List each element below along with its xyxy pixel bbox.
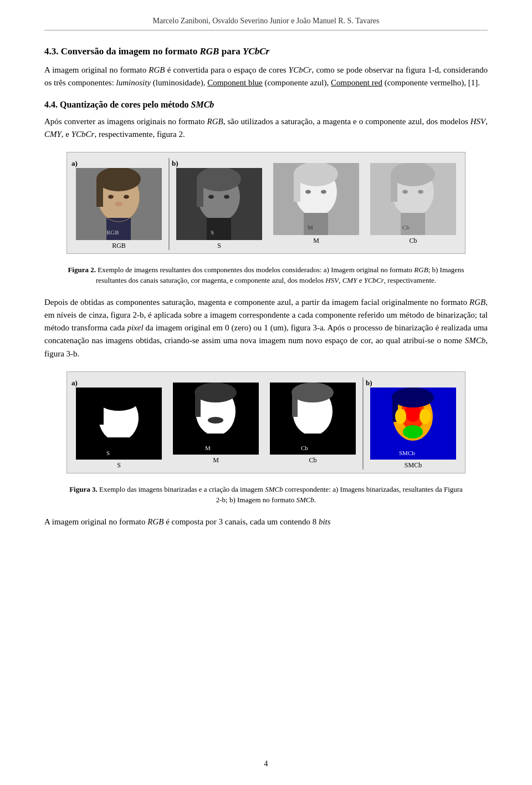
fig3-img-label-m: M bbox=[213, 456, 219, 465]
page-header: Marcelo Zaniboni, Osvaldo Severino Junio… bbox=[44, 17, 488, 30]
fig2-label-b: b) bbox=[172, 159, 178, 168]
fig3-img-label-cb: Cb bbox=[309, 456, 316, 465]
figure-2-caption: Figura 2. Exemplo de imagens resultantes… bbox=[66, 265, 466, 286]
figure-2-svg-cb: Cb bbox=[370, 163, 456, 235]
figure-2-img-rgb: RGB bbox=[76, 168, 162, 240]
svg-text:Cb: Cb bbox=[301, 445, 308, 451]
svg-text:S: S bbox=[211, 229, 214, 236]
figure-3-caption: Figura 3. Exemplo das imagens binarizada… bbox=[66, 485, 466, 506]
figure-2-cell-cb: Cb Cb bbox=[366, 163, 461, 245]
figure-3-svg-m: M bbox=[173, 383, 259, 455]
figure-3-svg-cb: Cb bbox=[270, 383, 356, 455]
fig3-img-label-s: S bbox=[117, 461, 121, 470]
svg-text:S: S bbox=[106, 450, 110, 456]
svg-point-23 bbox=[305, 190, 311, 194]
figure-3-cell-smcb: b) bbox=[366, 378, 461, 470]
svg-point-8 bbox=[115, 202, 122, 206]
svg-point-58 bbox=[403, 425, 423, 439]
figure-3-img-m: M bbox=[173, 383, 259, 455]
svg-rect-39 bbox=[106, 437, 131, 458]
figure-2-svg-s: S bbox=[176, 168, 262, 240]
para-after-fig2: Depois de obtidas as componentes saturaç… bbox=[44, 296, 488, 360]
svg-point-16 bbox=[224, 195, 229, 199]
page-number: 4 bbox=[264, 759, 268, 768]
figure-3-img-cb: Cb bbox=[270, 383, 356, 455]
fig2-img-label-cb: Cb bbox=[409, 237, 417, 245]
figure-2-img-m: M bbox=[273, 163, 359, 235]
svg-text:SMCb: SMCb bbox=[399, 450, 415, 456]
figure-2-cell-m: M M bbox=[269, 163, 364, 245]
figure-2-img-cb: Cb bbox=[370, 163, 456, 235]
svg-point-37 bbox=[98, 389, 140, 411]
svg-point-7 bbox=[124, 195, 129, 199]
figure-2-svg-m: M bbox=[273, 163, 359, 235]
svg-point-61 bbox=[395, 409, 406, 424]
figure-2-container: a) bbox=[66, 152, 466, 254]
figure-3-cell-cb: Cb Cb bbox=[265, 383, 360, 465]
svg-point-32 bbox=[418, 190, 423, 194]
section-title-4-3: 4.3. Conversão da imagem no formato RGB … bbox=[44, 46, 488, 57]
svg-text:M: M bbox=[308, 224, 313, 231]
fig2-divider bbox=[168, 158, 170, 250]
svg-point-6 bbox=[108, 195, 114, 199]
svg-point-24 bbox=[321, 190, 326, 194]
figure-2-svg-rgb: RGB bbox=[76, 168, 162, 240]
figure-3-container: a) S S bbox=[66, 371, 466, 473]
svg-text:M: M bbox=[205, 445, 211, 451]
svg-rect-44 bbox=[195, 395, 201, 417]
subsection-4-4-para: Após converter as imagens originais no f… bbox=[44, 115, 488, 141]
svg-rect-13 bbox=[197, 179, 203, 207]
svg-point-15 bbox=[208, 195, 214, 199]
fig2-img-label-s: S bbox=[217, 242, 221, 250]
fig3-divider bbox=[362, 378, 364, 470]
svg-rect-5 bbox=[96, 179, 103, 207]
subsection-title-4-4: 4.4. Quantização de cores pelo método SM… bbox=[44, 100, 488, 110]
figure-3-svg-s: S bbox=[76, 388, 162, 460]
figure-2-img-s: S bbox=[176, 168, 262, 240]
figure-3-images: a) S S bbox=[67, 372, 465, 473]
svg-rect-29 bbox=[391, 174, 397, 202]
section-4-3-para: A imagem original no formato RGB é conve… bbox=[44, 64, 488, 90]
svg-text:RGB: RGB bbox=[106, 229, 119, 236]
svg-rect-38 bbox=[98, 400, 104, 425]
svg-point-62 bbox=[420, 409, 431, 424]
figure-2-cell-s: b) S S bbox=[172, 158, 267, 250]
figure-3-cell-s: a) S S bbox=[71, 378, 166, 470]
svg-point-59 bbox=[392, 388, 434, 407]
svg-point-50 bbox=[291, 383, 334, 402]
figure-3-img-s: S bbox=[76, 388, 162, 460]
svg-point-31 bbox=[402, 190, 408, 194]
figure-2-cell-rgb: a) bbox=[71, 158, 166, 250]
figure-2-images: a) bbox=[67, 152, 465, 253]
fig2-label-a: a) bbox=[71, 159, 78, 168]
figure-3-svg-smcb: SMCb bbox=[370, 388, 456, 460]
svg-text:Cb: Cb bbox=[402, 224, 410, 231]
final-paragraph: A imagem original no formato RGB é compo… bbox=[44, 516, 488, 528]
figure-3-cell-m: M M bbox=[168, 383, 263, 465]
svg-rect-21 bbox=[294, 174, 300, 202]
fig2-img-label-rgb: RGB bbox=[112, 242, 126, 250]
figure-3-img-smcb: SMCb bbox=[370, 388, 456, 460]
fig3-label-b: b) bbox=[366, 379, 372, 388]
fig3-img-label-smcb: SMCb bbox=[405, 461, 422, 470]
svg-point-43 bbox=[195, 383, 237, 402]
svg-rect-51 bbox=[292, 395, 298, 417]
fig3-label-a: a) bbox=[71, 379, 78, 388]
fig2-img-label-m: M bbox=[313, 237, 319, 245]
header-text: Marcelo Zaniboni, Osvaldo Severino Junio… bbox=[153, 17, 380, 25]
page: Marcelo Zaniboni, Osvaldo Severino Junio… bbox=[0, 0, 532, 785]
svg-point-46 bbox=[208, 417, 223, 424]
